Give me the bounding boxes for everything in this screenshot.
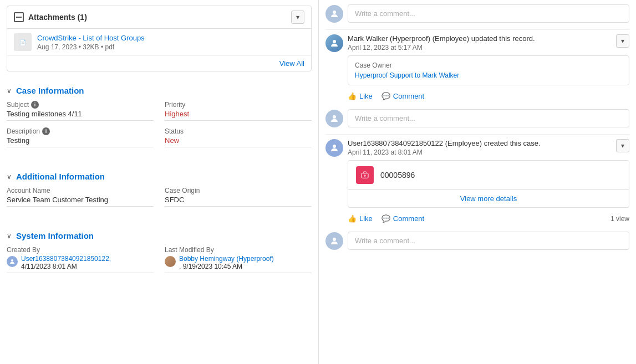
- attachments-dropdown-button[interactable]: [291, 11, 304, 24]
- activity-2-dropdown[interactable]: [616, 139, 629, 152]
- additional-information-header[interactable]: ∨ Additional Information: [0, 163, 318, 187]
- last-modified-info: Bobby Hemingway (Hyperproof) , 9/19/2023…: [179, 255, 274, 270]
- activity-2-like-button[interactable]: Like: [348, 214, 373, 223]
- account-name-label: Account Name: [7, 187, 154, 194]
- activity-1-comment-button[interactable]: Comment: [381, 92, 424, 100]
- system-info-chevron: ∨: [7, 232, 12, 240]
- system-information-title: System Information: [16, 231, 94, 240]
- right-panel: Write a comment... Mark Walker (Hyperpro…: [319, 0, 636, 364]
- activity-1-like-button[interactable]: Like: [348, 92, 373, 100]
- last-modified-date: , 9/19/2023 10:45 AM: [179, 263, 274, 270]
- last-modified-field: Last Modified By Bobby Hemingway (Hyperp…: [165, 246, 312, 273]
- subject-info-icon: i: [31, 101, 39, 109]
- last-modified-avatar: [165, 256, 176, 267]
- created-by-name[interactable]: User16388073840921850122,: [21, 255, 111, 263]
- mid-comment-row: Write a comment...: [325, 109, 629, 127]
- account-name-field: Account Name Service Team Customer Testi…: [7, 187, 154, 207]
- view-more-link[interactable]: View more details: [460, 194, 517, 203]
- activity-1-actions: Like Comment: [325, 90, 629, 105]
- priority-field: Priority Highest: [165, 101, 312, 121]
- subject-label: Subject i: [7, 101, 154, 109]
- file-thumb-icon: 📄: [19, 39, 26, 45]
- case-info-chevron: ∨: [7, 87, 12, 95]
- activity-1-header: Mark Walker (Hyperproof) (Employee) upda…: [325, 29, 629, 55]
- case-number: 00005896: [380, 171, 415, 180]
- created-by-date: 4/11/2023 8:01 AM: [21, 263, 111, 270]
- svg-point-4: [333, 145, 336, 148]
- like-label: Like: [359, 92, 373, 100]
- like-icon-2: [348, 214, 357, 223]
- additional-information-title: Additional Information: [16, 172, 105, 181]
- file-name[interactable]: CrowdStrike - List of Host Groups: [37, 34, 145, 42]
- activity-2-user: User16388073840921850122 (Employee) crea…: [348, 139, 612, 147]
- activity-1-dropdown[interactable]: [616, 34, 629, 48]
- created-by-avatar: [7, 256, 18, 267]
- top-comment-row: Write a comment...: [325, 4, 629, 23]
- view-all-row: View All: [7, 56, 311, 71]
- case-information-section: ∨ Case Information Subject i Testing mil…: [0, 77, 318, 163]
- bottom-user-avatar: [325, 232, 343, 250]
- top-comment-input[interactable]: Write a comment...: [348, 4, 629, 23]
- created-by-label: Created By: [7, 246, 154, 254]
- activity-1-time: April 12, 2023 at 5:17 AM: [348, 44, 612, 52]
- svg-point-0: [11, 259, 13, 262]
- activity-2-actions: Like Comment 1 view: [325, 212, 629, 227]
- file-thumbnail: 📄: [14, 33, 32, 51]
- svg-point-1: [333, 11, 336, 14]
- activity-item-1: Mark Walker (Hyperproof) (Employee) upda…: [325, 29, 629, 105]
- description-value: Testing: [7, 136, 154, 147]
- subject-field: Subject i Testing milestones 4/11: [7, 101, 154, 121]
- svg-point-3: [333, 115, 336, 119]
- comment-label-2: Comment: [393, 214, 424, 223]
- left-panel: Attachments (1) 📄 CrowdStrike - List of …: [0, 0, 319, 364]
- case-icon: [356, 166, 374, 184]
- activity-2-meta: User16388073840921850122 (Employee) crea…: [348, 139, 612, 156]
- view-all-link[interactable]: View All: [279, 59, 304, 68]
- comment-icon-2: [381, 214, 390, 223]
- last-modified-name[interactable]: Bobby Hemingway (Hyperproof): [179, 255, 274, 263]
- attachment-info: CrowdStrike - List of Host Groups Aug 17…: [37, 34, 145, 51]
- attachment-icon: [14, 12, 24, 22]
- created-by-content: User16388073840921850122, 4/11/2023 8:01…: [7, 255, 154, 273]
- last-modified-label: Last Modified By: [165, 246, 312, 254]
- description-label: Description i: [7, 127, 154, 135]
- status-field: Status New: [165, 127, 312, 147]
- case-card-header: 00005896: [348, 161, 629, 189]
- activity-item-2: User16388073840921850122 (Employee) crea…: [325, 134, 629, 227]
- additional-information-section: ∨ Additional Information Account Name Se…: [0, 163, 318, 222]
- status-value: New: [165, 136, 312, 147]
- bottom-comment-input[interactable]: Write a comment...: [348, 232, 629, 250]
- additional-info-chevron: ∨: [7, 173, 12, 181]
- bottom-comment-row: Write a comment...: [325, 232, 629, 250]
- case-origin-field: Case Origin SFDC: [165, 187, 312, 207]
- case-origin-label: Case Origin: [165, 187, 312, 194]
- case-card-footer: View more details: [348, 189, 629, 207]
- case-information-fields: Subject i Testing milestones 4/11 Priori…: [0, 101, 318, 163]
- system-information-fields: Created By User16388073840921850122, 4/1…: [0, 246, 318, 289]
- created-by-field: Created By User16388073840921850122, 4/1…: [7, 246, 154, 273]
- comment-label: Comment: [393, 92, 424, 100]
- activity-2-comment-button[interactable]: Comment: [381, 214, 424, 223]
- like-icon: [348, 92, 357, 100]
- activity-2-time: April 11, 2023 at 8:01 AM: [348, 148, 612, 156]
- views-count: 1 view: [610, 215, 629, 223]
- file-meta: Aug 17, 2023 • 32KB • pdf: [37, 43, 145, 51]
- attachments-section: Attachments (1) 📄 CrowdStrike - List of …: [7, 6, 312, 71]
- like-label-2: Like: [359, 214, 373, 223]
- svg-point-2: [333, 40, 336, 43]
- activity-1-user: Mark Walker (Hyperproof) (Employee) upda…: [348, 34, 612, 43]
- subject-value: Testing milestones 4/11: [7, 110, 154, 121]
- attachments-title: Attachments (1): [14, 12, 87, 22]
- system-information-header[interactable]: ∨ System Information: [0, 222, 318, 246]
- system-information-section: ∨ System Information Created By User1638…: [0, 222, 318, 289]
- status-label: Status: [165, 127, 312, 135]
- created-by-info: User16388073840921850122, 4/11/2023 8:01…: [21, 255, 111, 270]
- change-field-label: Case Owner: [355, 61, 622, 69]
- current-user-avatar: [325, 5, 343, 23]
- mid-comment-input[interactable]: Write a comment...: [348, 109, 629, 127]
- case-information-title: Case Information: [16, 86, 84, 95]
- activity-1-avatar: [325, 34, 343, 52]
- case-information-header[interactable]: ∨ Case Information: [0, 77, 318, 101]
- mid-user-avatar: [325, 110, 343, 127]
- last-modified-content: Bobby Hemingway (Hyperproof) , 9/19/2023…: [165, 255, 312, 273]
